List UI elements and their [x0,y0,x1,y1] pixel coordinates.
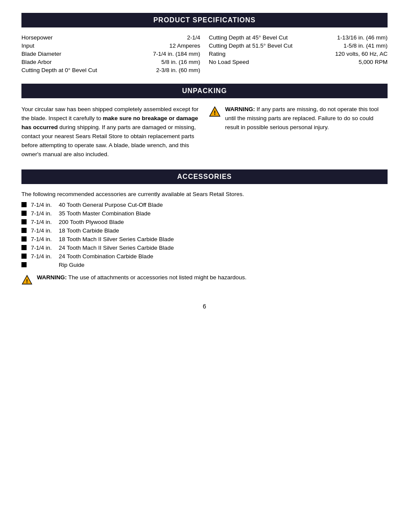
svg-text:!: ! [26,278,28,284]
list-item: Rip Guide [21,262,388,268]
spec-row-no-load-speed: No Load Speed 5,000 RPM [209,59,388,65]
warning-triangle-icon-2: ! [21,275,33,286]
bullet-icon [21,254,27,259]
product-specs-header: PRODUCT SPECIFICATIONS [21,13,388,27]
acc-desc: 24 Tooth Combination Carbide Blade [59,253,153,260]
spec-value-blade-diameter: 7-1/4 in. (184 mm) [153,51,200,57]
unpacking-warning-bold: WARNING: [225,106,255,112]
bullet-icon [21,245,27,250]
spec-value-horsepower: 2-1/4 [187,34,200,41]
bullet-icon [21,228,27,233]
accessories-header: ACCESSORIES [21,169,388,184]
spec-value-input: 12 Amperes [169,42,200,49]
acc-size: 7-1/4 in. [31,253,59,260]
acc-desc: Rip Guide [59,262,84,268]
warning-triangle-icon: ! [209,106,221,118]
spec-value-rating: 120 volts, 60 Hz, AC [335,51,388,57]
spec-label-cutting-51: Cutting Depth at 51.5° Bevel Cut [209,42,292,49]
list-item: 7-1/4 in. 24 Tooth Combination Carbide B… [21,253,388,260]
spec-label-no-load-speed: No Load Speed [209,59,249,65]
spec-row-cutting-51: Cutting Depth at 51.5° Bevel Cut 1-5/8 i… [209,42,388,49]
acc-desc: 35 Tooth Master Combination Blade [59,210,150,217]
specs-right-col: Cutting Depth at 45° Bevel Cut 1-13/16 i… [209,34,388,73]
accessories-warning-bold: WARNING: [37,274,67,281]
accessories-warning: ! WARNING: The use of attachments or acc… [21,274,388,286]
spec-value-cutting-0: 2-3/8 in. (60 mm) [156,67,200,73]
spec-label-cutting-0: Cutting Depth at 0° Bevel Cut [21,67,97,73]
bullet-icon [21,211,27,216]
spec-label-rating: Rating [209,51,226,57]
acc-size: 7-1/4 in. [31,210,59,217]
acc-size: 7-1/4 in. [31,202,59,208]
spec-row-cutting-45: Cutting Depth at 45° Bevel Cut 1-13/16 i… [209,34,388,41]
spec-row-input: Input 12 Amperes [21,42,200,49]
acc-desc: 40 Tooth General Purpose Cut-Off Blade [59,202,163,208]
spec-value-cutting-51: 1-5/8 in. (41 mm) [343,42,388,49]
acc-desc: 24 Tooth Mach II Silver Series Carbide B… [59,245,174,251]
spec-row-blade-diameter: Blade Diameter 7-1/4 in. (184 mm) [21,51,200,57]
spec-row-blade-arbor: Blade Arbor 5/8 in. (16 mm) [21,59,200,65]
acc-size: 7-1/4 in. [31,227,59,234]
bullet-icon [21,262,27,267]
spec-row-rating: Rating 120 volts, 60 Hz, AC [209,51,388,57]
list-item: 7-1/4 in. 200 Tooth Plywood Blade [21,219,388,225]
page-number: 6 [21,303,388,310]
unpacking-warning-text: WARNING: If any parts are missing, do no… [225,105,388,132]
acc-desc: 200 Tooth Plywood Blade [59,219,124,225]
bullet-icon [21,202,27,207]
spec-label-blade-diameter: Blade Diameter [21,51,61,57]
accessories-intro: The following recommended accessories ar… [21,191,388,197]
specs-grid: Horsepower 2-1/4 Input 12 Amperes Blade … [21,34,388,73]
list-item: 7-1/4 in. 18 Tooth Mach II Silver Series… [21,236,388,242]
spec-row-cutting-0: Cutting Depth at 0° Bevel Cut 2-3/8 in. … [21,67,200,73]
acc-desc: 18 Tooth Mach II Silver Series Carbide B… [59,236,174,242]
list-item: 7-1/4 in. 24 Tooth Mach II Silver Series… [21,245,388,251]
acc-size: 7-1/4 in. [31,219,59,225]
accessories-list: 7-1/4 in. 40 Tooth General Purpose Cut-O… [21,202,388,268]
unpacking-warning: ! WARNING: If any parts are missing, do … [209,105,388,159]
spec-label-cutting-45: Cutting Depth at 45° Bevel Cut [209,34,288,41]
acc-desc: 18 Tooth Carbide Blade [59,227,119,234]
svg-text:!: ! [214,109,216,116]
spec-value-cutting-45: 1-13/16 in. (46 mm) [337,34,388,41]
unpacking-section: UNPACKING Your circular saw has been shi… [21,84,388,159]
list-item: 7-1/4 in. 18 Tooth Carbide Blade [21,227,388,234]
spec-label-horsepower: Horsepower [21,34,53,41]
unpacking-header: UNPACKING [21,84,388,98]
spec-value-blade-arbor: 5/8 in. (16 mm) [161,59,200,65]
acc-size: 7-1/4 in. [31,245,59,251]
list-item: 7-1/4 in. 40 Tooth General Purpose Cut-O… [21,202,388,208]
bullet-icon [21,219,27,224]
product-specs-section: PRODUCT SPECIFICATIONS Horsepower 2-1/4 … [21,13,388,73]
unpacking-body-text: Your circular saw has been shipped compl… [21,105,200,159]
acc-size: 7-1/4 in. [31,236,59,242]
spec-row-horsepower: Horsepower 2-1/4 [21,34,200,41]
unpacking-left: Your circular saw has been shipped compl… [21,105,200,159]
spec-label-blade-arbor: Blade Arbor [21,59,52,65]
list-item: 7-1/4 in. 35 Tooth Master Combination Bl… [21,210,388,217]
unpacking-content: Your circular saw has been shipped compl… [21,105,388,159]
spec-label-input: Input [21,42,34,49]
bullet-icon [21,236,27,242]
specs-left-col: Horsepower 2-1/4 Input 12 Amperes Blade … [21,34,200,73]
accessories-section: ACCESSORIES The following recommended ac… [21,169,388,286]
spec-value-no-load-speed: 5,000 RPM [358,59,388,65]
accessories-warning-text: WARNING: The use of attachments or acces… [37,274,247,281]
